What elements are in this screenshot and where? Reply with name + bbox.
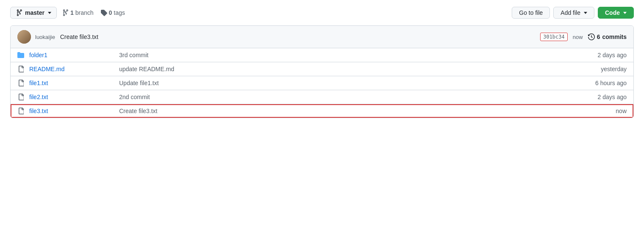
file-name-link[interactable]: folder1 [29, 52, 114, 58]
branch-icon [16, 9, 22, 16]
go-to-file-label: Go to file [519, 9, 543, 16]
commits-count-link[interactable]: 6 commits [588, 33, 627, 40]
branch-name: master [25, 9, 45, 16]
file-name-link[interactable]: file1.txt [29, 80, 114, 86]
file-table: luokaijie Create file3.txt 301bc34 now 6… [10, 25, 634, 118]
file-time: 2 days ago [584, 94, 627, 100]
file-name-link[interactable]: README.md [29, 66, 114, 72]
username: luokaijie [35, 34, 55, 40]
add-file-label: Add file [560, 9, 580, 16]
file-commit-message: 2nd commit [119, 94, 579, 100]
history-icon [588, 33, 595, 40]
file-icon [17, 108, 24, 114]
code-label: Code [605, 9, 620, 16]
tag-count-link[interactable]: 0 tags [100, 9, 125, 16]
branch-selector[interactable]: master [10, 7, 57, 19]
commit-header-row: luokaijie Create file3.txt 301bc34 now 6… [11, 26, 633, 48]
file-rows-container: folder1 3rd commit 2 days ago README.md … [11, 48, 633, 118]
chevron-down-icon [623, 12, 627, 14]
toolbar-left: master 1 branch 0 tags [10, 7, 507, 19]
table-row: file2.txt 2nd commit 2 days ago [11, 90, 633, 104]
latest-commit-message: luokaijie Create file3.txt [35, 33, 536, 40]
commits-count: 6 [597, 33, 600, 40]
file-icon [17, 94, 24, 100]
commit-time: now [573, 34, 583, 40]
chevron-down-icon [584, 12, 587, 14]
commit-meta: 301bc34 now 6 commits [540, 33, 627, 41]
avatar [17, 30, 31, 44]
branch-count: 1 [70, 9, 74, 16]
add-file-button[interactable]: Add file [553, 7, 594, 19]
file-icon [17, 80, 24, 86]
table-row: file3.txt Create file3.txt now [11, 104, 633, 118]
table-row: README.md update README.md yesterday [11, 62, 633, 76]
commits-label: commits [602, 33, 627, 40]
avatar-image [17, 30, 31, 44]
table-row: folder1 3rd commit 2 days ago [11, 48, 633, 62]
table-row: file1.txt Update file1.txt 6 hours ago [11, 76, 633, 90]
file-icon [17, 66, 24, 72]
chevron-down-icon [48, 12, 51, 14]
file-time: now [584, 108, 627, 114]
file-name-link[interactable]: file3.txt [29, 108, 114, 114]
tag-count: 0 [109, 9, 112, 16]
code-button[interactable]: Code [598, 7, 634, 19]
branches-icon [62, 9, 69, 16]
file-commit-message: Create file3.txt [119, 108, 579, 114]
meta-info: 1 branch 0 tags [62, 9, 125, 16]
commit-hash-link[interactable]: 301bc34 [540, 33, 568, 41]
file-time: yesterday [584, 66, 627, 72]
file-name-link[interactable]: file2.txt [29, 94, 114, 100]
file-commit-message: 3rd commit [119, 52, 579, 58]
toolbar: master 1 branch 0 tags Go to file [10, 7, 634, 19]
file-time: 6 hours ago [584, 80, 627, 86]
tag-unit: tags [114, 9, 125, 16]
commit-message-text: Create file3.txt [60, 33, 98, 40]
file-commit-message: Update file1.txt [119, 80, 579, 86]
tag-icon [100, 9, 107, 16]
go-to-file-button[interactable]: Go to file [512, 7, 550, 19]
file-commit-message: update README.md [119, 66, 579, 72]
file-time: 2 days ago [584, 52, 627, 58]
toolbar-right: Go to file Add file Code [512, 7, 634, 19]
branch-count-link[interactable]: 1 branch [62, 9, 94, 16]
folder-icon [17, 52, 24, 58]
branch-unit: branch [75, 9, 94, 16]
